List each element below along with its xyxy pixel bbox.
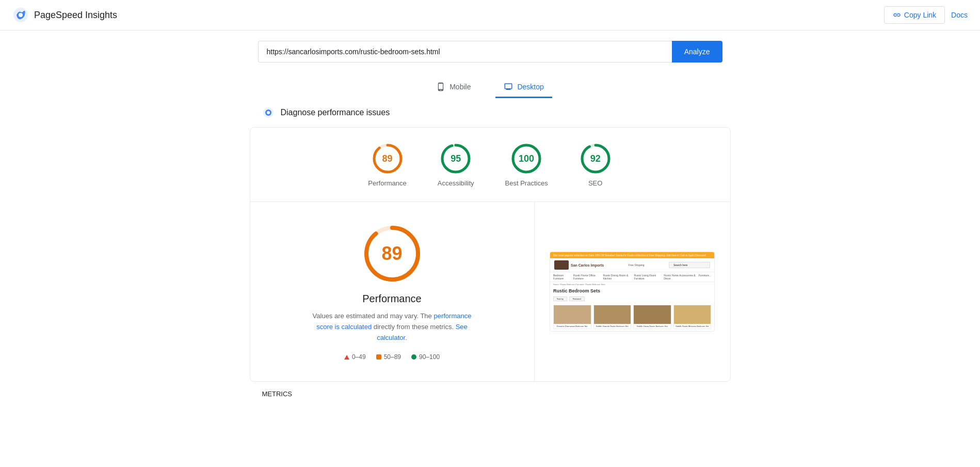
legend-triangle-icon — [344, 355, 349, 360]
url-input[interactable] — [258, 41, 672, 63]
score-item-best-practices: 100 Best Practices — [505, 142, 548, 187]
score-label-seo: SEO — [588, 179, 602, 187]
preview-product-4: Saltillo Rustic Mexican Bedroom Set — [673, 305, 712, 329]
legend-range-high: 90–100 — [419, 353, 440, 361]
diagnose-label: Diagnose performance issues — [281, 108, 390, 117]
preview-nav-left: San Carlos Imports — [554, 260, 604, 270]
score-circle-accessibility: 95 — [439, 142, 472, 175]
legend-square-icon — [376, 354, 381, 360]
diagnose-section: Diagnose performance issues — [250, 98, 731, 127]
preview-menu-item-2: Rustic Home Office Furniture — [573, 274, 601, 280]
preview-product-3: Saltillo Oaxia Rustic Bedroom Set — [633, 305, 671, 329]
diagnose-icon — [262, 106, 275, 119]
preview-product-name-1: Encanto Dramwave Bedroom Set — [554, 324, 591, 329]
score-number-best-practices: 100 — [519, 153, 534, 164]
score-circle-seo: 92 — [579, 142, 612, 175]
legend-dot-icon — [411, 354, 416, 360]
tab-mobile[interactable]: Mobile — [428, 77, 479, 98]
perf-desc: Values are estimated and may vary. The p… — [310, 311, 475, 343]
score-label-best-practices: Best Practices — [505, 179, 548, 187]
preview-breadcrumb: Home / Rustic Bedroom Furniture / Rustic… — [550, 282, 714, 287]
main-card: 89 Performance 95 Accessibility — [250, 127, 731, 382]
scores-row: 89 Performance 95 Accessibility — [250, 128, 730, 202]
preview-product-name-2: Saltillo Grande Rustic Bedroom Set — [594, 324, 631, 329]
link-icon — [893, 11, 901, 19]
preview-h1: Rustic Bedroom Sets — [550, 287, 714, 295]
preview-screenshot: Our most popular collection on Sale 10% … — [550, 252, 715, 332]
score-item-seo: 92 SEO — [579, 142, 612, 187]
svg-point-4 — [267, 111, 270, 114]
preview-nav: San Carlos Imports Free Shipping Search … — [550, 258, 714, 272]
tab-desktop-label: Desktop — [517, 83, 543, 91]
preview-product-img-3 — [634, 305, 671, 324]
preview-logo-text: San Carlos Imports — [571, 263, 604, 267]
score-number-seo: 92 — [590, 153, 601, 164]
docs-link[interactable]: Docs — [951, 11, 968, 19]
preview-banner: Our most popular collection on Sale 10% … — [550, 252, 714, 258]
score-item-performance: 89 Performance — [368, 142, 406, 187]
preview-filter-1: Sort by — [553, 297, 567, 301]
large-score-number: 89 — [381, 243, 402, 264]
legend-range-mid: 50–89 — [384, 353, 401, 361]
legend-range-low: 0–49 — [352, 353, 366, 361]
pagespeed-logo-icon — [12, 7, 29, 23]
preview-filter-2: Featured — [569, 297, 585, 301]
url-form: Analyze — [258, 41, 722, 63]
preview-banner-text: Our most popular collection on Sale 10% … — [553, 254, 706, 257]
legend: 0–49 50–89 90–100 — [344, 353, 440, 361]
copy-link-button[interactable]: Copy Link — [884, 6, 945, 24]
score-number-accessibility: 95 — [451, 153, 461, 164]
device-tabs: Mobile Desktop — [0, 73, 980, 98]
preview-nav-right: Free Shipping — [629, 263, 645, 267]
preview-logo-placeholder — [554, 260, 569, 270]
legend-item-low: 0–49 — [344, 353, 366, 361]
perf-desc-end: . — [405, 334, 407, 341]
score-number-performance: 89 — [382, 153, 393, 164]
preview-search-placeholder: Search here — [673, 263, 687, 267]
desktop-icon — [504, 82, 513, 91]
tab-mobile-label: Mobile — [449, 83, 471, 91]
score-item-accessibility: 95 Accessibility — [438, 142, 474, 187]
mobile-icon — [436, 82, 445, 91]
perf-desc-mid: directly from these metrics. — [372, 323, 456, 331]
perf-left: 89 Performance Values are estimated and … — [250, 202, 534, 381]
preview-product-img-4 — [674, 305, 711, 324]
header-right: Copy Link Docs — [884, 6, 968, 24]
url-section: Analyze — [0, 30, 980, 73]
score-circle-performance: 89 — [371, 142, 404, 175]
preview-menu: Bedroom Furniture Rustic Home Office Fur… — [550, 272, 714, 282]
header-left: PageSpeed Insights — [12, 7, 117, 23]
large-score-circle: 89 — [361, 223, 423, 285]
preview-product-img-1 — [554, 305, 591, 324]
perf-title: Performance — [362, 293, 422, 305]
preview-menu-item-4: Rustic Living Room Furniture — [634, 274, 662, 280]
preview-product-name-3: Saltillo Oaxia Rustic Bedroom Set — [634, 324, 671, 329]
perf-right: Our most popular collection on Sale 10% … — [534, 202, 730, 381]
section-container: Diagnose performance issues 89 Performan… — [237, 98, 743, 406]
score-label-accessibility: Accessibility — [438, 179, 474, 187]
preview-menu-item-3: Rustic Dining Room & Kitchen — [603, 274, 632, 280]
legend-item-mid: 50–89 — [376, 353, 401, 361]
preview-product-1: Encanto Dramwave Bedroom Set — [553, 305, 591, 329]
perf-desc-static: Values are estimated and may vary. The — [313, 312, 434, 320]
preview-nav-search: Search here — [669, 262, 710, 268]
score-circle-best-practices: 100 — [510, 142, 543, 175]
svg-point-1 — [19, 13, 23, 17]
perf-detail: 89 Performance Values are estimated and … — [250, 202, 730, 381]
app-title: PageSpeed Insights — [34, 10, 117, 21]
preview-menu-item-5: Rustic Home Accessories & Decor — [664, 274, 697, 280]
preview-products: Encanto Dramwave Bedroom Set Saltillo Gr… — [550, 303, 714, 331]
preview-product-name-4: Saltillo Rustic Mexican Bedroom Set — [674, 324, 711, 329]
tab-desktop[interactable]: Desktop — [495, 77, 552, 98]
legend-item-high: 90–100 — [411, 353, 440, 361]
preview-product-img-2 — [594, 305, 631, 324]
analyze-button[interactable]: Analyze — [672, 41, 722, 63]
header: PageSpeed Insights Copy Link Docs — [0, 0, 980, 30]
score-label-performance: Performance — [368, 179, 406, 187]
preview-product-2: Saltillo Grande Rustic Bedroom Set — [593, 305, 632, 329]
preview-search-box: Search here — [669, 262, 710, 268]
metrics-label: METRICS — [250, 382, 731, 406]
preview-menu-item-6: Furniture... — [699, 274, 711, 280]
preview-free-shipping: Free Shipping — [629, 263, 645, 267]
preview-filters: Sort by Featured — [550, 295, 714, 303]
